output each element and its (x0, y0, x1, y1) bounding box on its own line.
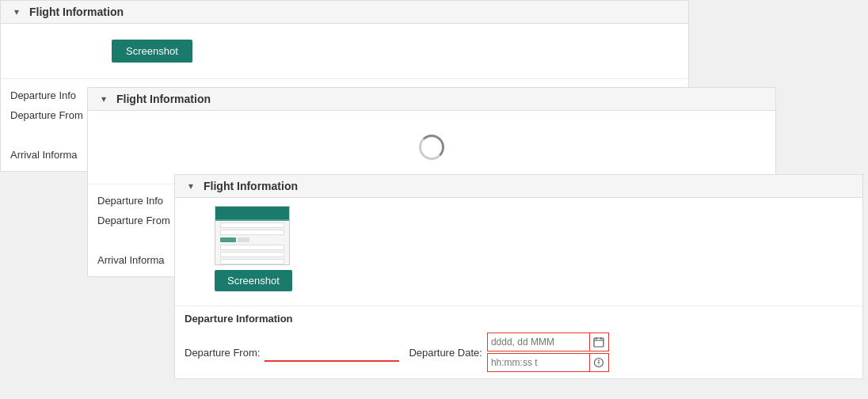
departure-from-field: Departure From: (185, 343, 399, 362)
svg-marker-6 (598, 363, 600, 367)
chevron-down-icon-2[interactable]: ▾ (97, 93, 110, 105)
compass-icon[interactable] (590, 353, 609, 372)
panel-header-2: ▾ Flight Information (88, 88, 775, 111)
panel-header-1: ▾ Flight Information (1, 1, 688, 24)
panel-body-1: Screenshot (1, 24, 688, 78)
thumb-container (175, 198, 862, 265)
svg-point-7 (598, 362, 600, 363)
departure-from-input[interactable] (265, 343, 399, 362)
chevron-down-icon-1[interactable]: ▾ (10, 6, 23, 18)
screenshot-thumbnail (215, 206, 290, 265)
panel-title-2: Flight Information (116, 93, 211, 105)
screenshot-btn-container: Screenshot (175, 270, 862, 306)
departure-info-title: Departure Information (185, 313, 853, 325)
departure-info-section: Departure Information Departure From: De… (175, 306, 862, 378)
screenshot-button-3[interactable]: Screenshot (215, 270, 292, 291)
departure-date-label: Departure Date: (409, 347, 482, 359)
date-input-container (487, 332, 609, 372)
panel-header-3: ▾ Flight Information (175, 175, 862, 198)
panel-title-1: Flight Information (29, 6, 124, 18)
date-input[interactable] (487, 332, 590, 352)
departure-from-label: Departure From: (185, 347, 260, 359)
thumb-inner (215, 207, 289, 264)
time-input-row (487, 353, 609, 372)
loading-spinner (419, 135, 444, 160)
departure-form-row: Departure From: Departure Date: (185, 332, 853, 372)
chevron-down-icon-3[interactable]: ▾ (185, 180, 197, 192)
time-input[interactable] (487, 353, 590, 372)
svg-marker-5 (598, 359, 600, 362)
calendar-icon[interactable] (590, 332, 609, 352)
departure-date-field: Departure Date: (409, 332, 609, 372)
screenshot-button-1[interactable]: Screenshot (112, 40, 192, 63)
panel-layer3: ▾ Flight Information (174, 174, 863, 379)
svg-rect-0 (594, 338, 603, 347)
loading-container (88, 111, 775, 184)
date-field-row (487, 332, 609, 352)
panel-title-3: Flight Information (204, 180, 298, 192)
